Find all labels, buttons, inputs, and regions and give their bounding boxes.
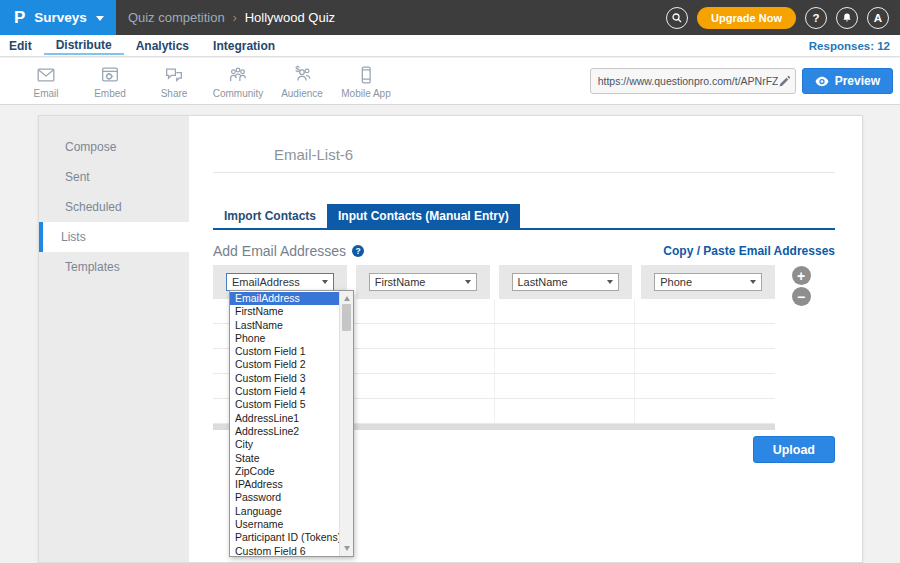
survey-nav: Edit Distribute Analytics Integration Re…	[0, 35, 900, 57]
dropdown-scrollbar[interactable]	[339, 291, 353, 556]
search-icon	[671, 12, 683, 24]
dropdown-option[interactable]: Phone	[230, 332, 339, 345]
select-value: EmailAddress	[232, 276, 300, 288]
contact-cell[interactable]	[494, 399, 635, 423]
nav-analytics[interactable]: Analytics	[124, 37, 201, 54]
questionpro-logo: P	[14, 8, 25, 28]
dropdown-option[interactable]: IPAddress	[230, 478, 339, 491]
email-address-dropdown: EmailAddressFirstNameLastNamePhoneCustom…	[229, 290, 354, 557]
tool-email[interactable]: Email	[14, 64, 78, 99]
survey-url-field[interactable]: https://www.questionpro.com/t/APNrFZ	[590, 68, 796, 94]
sidebar-item-lists[interactable]: Lists	[39, 222, 189, 252]
dropdown-option[interactable]: Custom Field 3	[230, 372, 339, 385]
surveys-menu-button[interactable]: P Surveys	[0, 0, 116, 35]
scrollbar-thumb[interactable]	[342, 304, 351, 331]
tool-embed[interactable]: Embed	[78, 64, 142, 99]
dropdown-option[interactable]: Custom Field 4	[230, 385, 339, 398]
contact-cell[interactable]	[353, 299, 494, 323]
nav-integration[interactable]: Integration	[201, 37, 287, 54]
dropdown-option[interactable]: Custom Field 2	[230, 358, 339, 371]
section-title: Add Email Addresses	[213, 243, 346, 259]
dropdown-option[interactable]: City	[230, 438, 339, 451]
contact-cell[interactable]	[353, 324, 494, 348]
notifications-button[interactable]	[836, 7, 858, 29]
lists-panel: Compose Sent Scheduled Lists Templates E…	[38, 115, 863, 563]
survey-url: https://www.questionpro.com/t/APNrFZ	[598, 75, 778, 87]
community-icon	[227, 64, 249, 86]
list-content: Email-List-6 Import Contacts Input Conta…	[189, 116, 862, 562]
column-select-phone[interactable]: Phone	[654, 273, 762, 291]
dropdown-option[interactable]: Custom Field 5	[230, 398, 339, 411]
column-select-firstname[interactable]: FirstName	[369, 273, 477, 291]
tool-share[interactable]: Share	[142, 64, 206, 99]
dropdown-option[interactable]: Username	[230, 518, 339, 531]
contact-cell[interactable]	[353, 349, 494, 373]
dropdown-option[interactable]: Language	[230, 505, 339, 518]
upgrade-now-button[interactable]: Upgrade Now	[697, 7, 796, 29]
dropdown-option[interactable]: ZipCode	[230, 465, 339, 478]
search-button[interactable]	[666, 7, 688, 29]
sidebar-item-templates[interactable]: Templates	[39, 252, 189, 282]
nav-distribute[interactable]: Distribute	[44, 36, 124, 55]
mobile-app-icon	[355, 64, 377, 86]
contact-cell[interactable]	[353, 399, 494, 423]
scroll-down-icon[interactable]	[344, 546, 350, 551]
add-row-button[interactable]: +	[792, 266, 811, 285]
column-select-lastname[interactable]: LastName	[512, 273, 620, 291]
dropdown-option[interactable]: EmailAddress	[230, 292, 339, 305]
help-button[interactable]: ?	[805, 7, 827, 29]
dropdown-option[interactable]: Password	[230, 491, 339, 504]
contact-cell[interactable]	[353, 374, 494, 398]
sidebar-item-scheduled[interactable]: Scheduled	[39, 192, 189, 222]
contact-cell[interactable]	[634, 349, 775, 373]
upload-button[interactable]: Upload	[753, 436, 835, 463]
contact-cell[interactable]	[634, 299, 775, 323]
tab-input-contacts-manual[interactable]: Input Contacts (Manual Entry)	[327, 204, 520, 228]
tool-label: Email	[33, 88, 58, 99]
dropdown-option[interactable]: State	[230, 452, 339, 465]
contact-cell[interactable]	[634, 374, 775, 398]
contact-cell[interactable]	[494, 349, 635, 373]
edit-pencil-icon[interactable]	[778, 75, 791, 88]
dropdown-option[interactable]: AddressLine1	[230, 412, 339, 425]
avatar[interactable]: A	[867, 7, 889, 29]
email-icon	[35, 64, 57, 86]
dropdown-option[interactable]: FirstName	[230, 305, 339, 318]
tab-import-contacts[interactable]: Import Contacts	[213, 204, 327, 228]
sidebar-item-compose[interactable]: Compose	[39, 132, 189, 162]
preview-button[interactable]: Preview	[802, 68, 893, 94]
remove-row-button[interactable]: −	[792, 287, 811, 306]
dropdown-option[interactable]: Custom Field 1	[230, 345, 339, 358]
help-circle-icon[interactable]: ?	[352, 245, 364, 257]
dropdown-option[interactable]: LastName	[230, 319, 339, 332]
breadcrumb-separator: ›	[233, 11, 237, 25]
page-title: Email-List-6	[274, 146, 835, 163]
audience-icon: $	[291, 64, 313, 86]
column-select-email[interactable]: EmailAddress	[226, 273, 334, 291]
contact-cell[interactable]	[634, 324, 775, 348]
scroll-up-icon[interactable]	[344, 296, 350, 301]
breadcrumb-parent[interactable]: Quiz competition	[128, 10, 225, 25]
sidebar-item-sent[interactable]: Sent	[39, 162, 189, 192]
contact-cell[interactable]	[494, 299, 635, 323]
contact-cell[interactable]	[494, 324, 635, 348]
select-value: Phone	[660, 276, 692, 288]
contact-cell[interactable]	[634, 399, 775, 423]
tool-community[interactable]: Community	[206, 64, 270, 99]
product-name: Surveys	[34, 10, 87, 25]
nav-edit[interactable]: Edit	[0, 37, 44, 54]
dropdown-option[interactable]: Custom Field 6	[230, 545, 339, 556]
tool-label: Audience	[281, 88, 323, 99]
embed-icon	[99, 64, 121, 86]
tool-mobile-app[interactable]: Mobile App	[334, 64, 398, 99]
contact-cell[interactable]	[494, 374, 635, 398]
tool-audience[interactable]: $ Audience	[270, 64, 334, 99]
responses-count[interactable]: Responses: 12	[809, 40, 900, 52]
divider	[213, 172, 835, 173]
breadcrumb-current: Hollywood Quiz	[245, 10, 335, 25]
dropdown-option[interactable]: Participant ID (Tokens)	[230, 531, 339, 544]
tool-label: Mobile App	[341, 88, 390, 99]
select-value: LastName	[518, 276, 568, 288]
copy-paste-link[interactable]: Copy / Paste Email Addresses	[663, 244, 835, 258]
dropdown-option[interactable]: AddressLine2	[230, 425, 339, 438]
